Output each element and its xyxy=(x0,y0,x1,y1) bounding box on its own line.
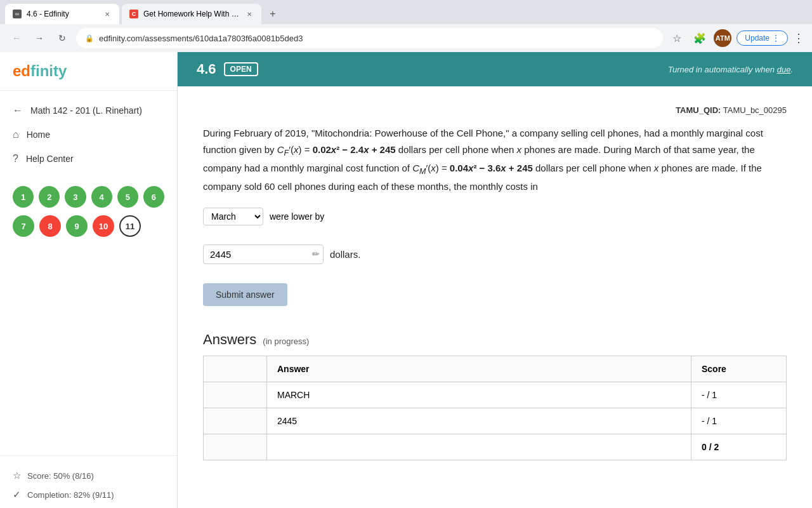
sidebar-back-item[interactable]: ← Math 142 - 201 (L. Rinehart) xyxy=(0,98,177,123)
home-icon: ⌂ xyxy=(13,129,19,140)
address-text: edfinity.com/assessments/610da1a7803f6a0… xyxy=(99,34,303,43)
answers-table: Answer Score MARCH - / 1 2445 xyxy=(203,356,787,460)
were-lower-by-text: were lower by xyxy=(270,211,324,222)
update-label: Update xyxy=(745,34,769,43)
row1-score: - / 1 xyxy=(691,382,787,408)
answer-input-row: ✏ dollars. xyxy=(203,244,787,264)
row2-score: - / 1 xyxy=(691,408,787,434)
open-badge: OPEN xyxy=(224,62,258,76)
row2-col1 xyxy=(204,408,267,434)
app-container: edfinity ← Math 142 - 201 (L. Rinehart) … xyxy=(0,52,812,508)
question-circle-2[interactable]: 2 xyxy=(39,186,60,208)
question-area: TAMU_QID: TAMU_bc_00295 During February … xyxy=(178,86,812,508)
question-circle-7[interactable]: 7 xyxy=(13,215,34,237)
tamu-qid: TAMU_QID: TAMU_bc_00295 xyxy=(203,105,787,115)
sidebar-item-help[interactable]: ? Help Center xyxy=(0,147,177,171)
profile-button[interactable]: ATM xyxy=(714,29,731,47)
answers-header: Answers (in progress) xyxy=(203,331,787,348)
due-link[interactable]: due xyxy=(777,65,791,74)
question-circle-10[interactable]: 10 xyxy=(93,215,114,237)
answer-input[interactable] xyxy=(203,244,324,264)
question-circle-4[interactable]: 4 xyxy=(91,186,112,208)
new-tab-button[interactable]: + xyxy=(264,5,282,23)
logo-ed: ed xyxy=(13,62,30,79)
address-bar[interactable]: 🔒 edfinity.com/assessments/610da1a7803f6… xyxy=(76,28,663,48)
question-text: During February of 2019, "Mitochondria: … xyxy=(203,125,787,195)
question-circle-9[interactable]: 9 xyxy=(66,215,88,237)
turned-in-text: Turned in automatically when due. xyxy=(668,65,793,74)
sidebar-footer: ☆ Score: 50% (8/16) ✓ Completion: 82% (9… xyxy=(0,455,177,508)
back-icon: ← xyxy=(13,105,23,116)
tab-close-edfinity[interactable]: ✕ xyxy=(103,10,112,18)
circle-row-1: 1 2 3 4 5 6 xyxy=(13,186,164,208)
help-icon: ? xyxy=(13,153,18,164)
chrome-menu-button[interactable]: ⋮ xyxy=(793,31,804,45)
completion-label: Completion: 82% (9/11) xyxy=(27,490,114,500)
edit-icon[interactable]: ✏ xyxy=(312,249,320,259)
tab-edfinity[interactable]: ∞ 4.6 - Edfinity ✕ xyxy=(5,4,119,24)
due-period: . xyxy=(790,65,793,74)
question-circle-6[interactable]: 6 xyxy=(143,186,164,208)
star-icon: ☆ xyxy=(13,470,21,481)
question-circles: 1 2 3 4 5 6 7 8 9 10 11 xyxy=(0,178,177,244)
tab-bar: ∞ 4.6 - Edfinity ✕ C Get Homework Help W… xyxy=(0,0,812,24)
back-button[interactable]: ← xyxy=(8,29,25,47)
sidebar-home-label: Home xyxy=(27,130,50,140)
content-header-left: 4.6 OPEN xyxy=(197,61,258,77)
month-select[interactable]: February March xyxy=(203,208,263,225)
question-circle-3[interactable]: 3 xyxy=(65,186,86,208)
question-circle-1[interactable]: 1 xyxy=(13,186,34,208)
tab-close-chegg[interactable]: ✕ xyxy=(245,10,254,18)
circle-row-2: 7 8 9 10 11 xyxy=(13,215,164,237)
turned-in-label: Turned in automatically when xyxy=(668,65,775,74)
update-chevron: ⋮ xyxy=(772,34,780,43)
tab-favicon-edfinity: ∞ xyxy=(13,10,22,18)
tab-chegg[interactable]: C Get Homework Help With Che… ✕ xyxy=(122,4,261,24)
content-header: 4.6 OPEN Turned in automatically when du… xyxy=(178,52,812,86)
logo-finity: finity xyxy=(30,62,67,79)
sidebar-back-label: Math 142 - 201 (L. Rinehart) xyxy=(30,105,142,116)
row1-col1 xyxy=(204,382,267,408)
table-header-row: Answer Score xyxy=(204,356,787,382)
tab-title-edfinity: 4.6 - Edfinity xyxy=(27,10,98,18)
question-circle-5[interactable]: 5 xyxy=(117,186,138,208)
update-button[interactable]: Update ⋮ xyxy=(737,30,788,46)
sidebar-header: edfinity xyxy=(0,52,177,91)
score-item: ☆ Score: 50% (8/16) xyxy=(13,466,164,485)
tab-favicon-chegg: C xyxy=(129,10,138,18)
row3-answer xyxy=(267,434,691,460)
bookmark-star-button[interactable]: ☆ xyxy=(668,29,686,47)
answer-input-wrapper: ✏ xyxy=(203,244,324,264)
check-circle-icon: ✓ xyxy=(13,489,21,500)
main-content: 4.6 OPEN Turned in automatically when du… xyxy=(178,52,812,508)
browser-actions: ☆ 🧩 ATM Update ⋮ ⋮ xyxy=(668,29,804,47)
sidebar-navigation: ← Math 142 - 201 (L. Rinehart) ⌂ Home ? … xyxy=(0,91,177,178)
in-progress-badge: (in progress) xyxy=(263,337,309,346)
edfinity-logo: edfinity xyxy=(13,62,164,80)
score-label: Score: 50% (8/16) xyxy=(27,471,94,481)
question-circle-11[interactable]: 11 xyxy=(119,215,141,237)
col-empty xyxy=(204,356,267,382)
lock-icon: 🔒 xyxy=(85,34,94,43)
dollars-label: dollars. xyxy=(330,249,360,260)
sidebar-item-home[interactable]: ⌂ Home xyxy=(0,123,177,147)
col-score: Score xyxy=(691,356,787,382)
extensions-button[interactable]: 🧩 xyxy=(691,29,709,47)
browser-chrome: ∞ 4.6 - Edfinity ✕ C Get Homework Help W… xyxy=(0,0,812,52)
row2-answer: 2445 xyxy=(267,408,691,434)
table-row: 2445 - / 1 xyxy=(204,408,787,434)
forward-button[interactable]: → xyxy=(30,29,48,47)
table-row: 0 / 2 xyxy=(204,434,787,460)
question-intro: During February of 2019, "Mitochondria: … xyxy=(203,128,763,192)
col-answer: Answer xyxy=(267,356,691,382)
row3-score: 0 / 2 xyxy=(691,434,787,460)
reload-button[interactable]: ↻ xyxy=(53,29,71,47)
sidebar: edfinity ← Math 142 - 201 (L. Rinehart) … xyxy=(0,52,178,508)
submit-answer-button[interactable]: Submit answer xyxy=(203,283,287,306)
assignment-title: 4.6 xyxy=(197,61,216,77)
answer-row: February March were lower by xyxy=(203,208,787,225)
tamu-qid-value: TAMU_bc_00295 xyxy=(723,105,787,115)
tamu-qid-label: TAMU_QID: xyxy=(676,105,721,115)
sidebar-help-label: Help Center xyxy=(26,154,74,164)
question-circle-8[interactable]: 8 xyxy=(39,215,61,237)
